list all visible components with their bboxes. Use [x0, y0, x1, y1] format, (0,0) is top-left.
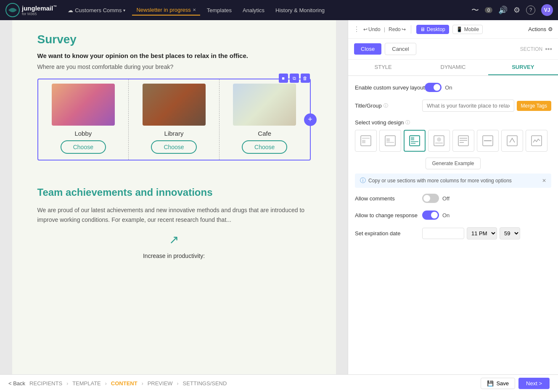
- team-text: We are proud of our latest achievements …: [37, 205, 311, 224]
- canvas-area: Survey We want to know your opinion on t…: [0, 20, 348, 374]
- desktop-view-button[interactable]: 🖥 Desktop: [416, 25, 449, 34]
- design-icon-5: [458, 135, 469, 147]
- expiration-label: Set expiration date: [355, 230, 422, 237]
- expiration-date-row: Set expiration date 11 PM 12 PM 59 00: [355, 227, 551, 239]
- cancel-button[interactable]: Cancel: [385, 43, 416, 55]
- redo-button[interactable]: Redo ↪: [389, 26, 406, 32]
- title-group-info-icon: ⓘ: [383, 103, 388, 109]
- design-option-4[interactable]: [428, 130, 450, 152]
- step-settings-send[interactable]: SETTINGS/SEND: [179, 380, 231, 387]
- survey-subtitle: We want to know your opinion on the best…: [37, 52, 311, 59]
- generate-example-button[interactable]: Generate Example: [426, 158, 480, 169]
- design-option-7[interactable]: [501, 130, 523, 152]
- undo-button[interactable]: ↩ Undo: [363, 26, 381, 32]
- actions-button[interactable]: Actions ⚙: [528, 26, 553, 32]
- email-canvas: Survey We want to know your opinion on t…: [12, 20, 336, 374]
- voting-item-library: Library Choose: [129, 79, 219, 160]
- allow-change-response-toggle[interactable]: [422, 210, 439, 220]
- step-template[interactable]: TEMPLATE: [68, 380, 105, 387]
- nav-tab-analytics[interactable]: Analytics: [238, 5, 269, 15]
- design-option-2[interactable]: [379, 130, 401, 152]
- toggle-slider: [425, 83, 442, 92]
- allow-comments-value: Off: [442, 195, 450, 202]
- panel-toolbar: ⋮ ↩ Undo | Redo ↪ 🖥 Desktop 📱 Mobile Act…: [348, 20, 558, 39]
- separator: [411, 25, 411, 34]
- logo-sub: for M365: [22, 12, 57, 16]
- save-button[interactable]: 💾 Save: [481, 378, 515, 389]
- design-option-1[interactable]: [355, 130, 377, 152]
- logo-icon: [5, 3, 20, 18]
- expiry-hour-select[interactable]: 11 PM 12 PM: [467, 227, 497, 239]
- design-option-8[interactable]: [526, 130, 547, 152]
- design-option-3[interactable]: [404, 130, 426, 152]
- volume-icon[interactable]: 🔊: [498, 5, 508, 15]
- copy-info-banner: ⓘ Copy or use sections with more columns…: [355, 174, 551, 188]
- back-button[interactable]: < Back: [8, 380, 25, 387]
- svg-rect-8: [411, 137, 414, 140]
- nav-tab-newsletter[interactable]: Newsletter in progress ✕: [132, 5, 200, 16]
- mobile-view-button[interactable]: 📱 Mobile: [452, 25, 483, 34]
- nav-tab-customers-comms[interactable]: ☁ Customers Comms ▾: [63, 5, 130, 15]
- voting-grid: Lobby Choose Library Choose Cafe Choose: [38, 79, 310, 160]
- close-tab-icon[interactable]: ✕: [193, 8, 196, 12]
- step-preview[interactable]: PREVIEW: [143, 380, 177, 387]
- copy-info-close-icon[interactable]: ✕: [542, 178, 546, 184]
- gear-icon[interactable]: ⚙: [513, 5, 520, 15]
- redo-icon: ↪: [402, 26, 406, 32]
- voting-design-info-icon: ⓘ: [405, 119, 410, 126]
- design-icon-1: [360, 135, 372, 147]
- lobby-label: Lobby: [74, 130, 92, 137]
- step-content[interactable]: CONTENT: [107, 380, 142, 387]
- enable-custom-layout-label: Enable custom survey layout: [355, 84, 425, 91]
- tab-dynamic[interactable]: DYNAMIC: [418, 60, 488, 75]
- pulse-icon[interactable]: 〜: [471, 5, 479, 15]
- team-title: Team achievements and innovations: [37, 186, 311, 199]
- enable-custom-layout-toggle[interactable]: [425, 83, 442, 92]
- tab-survey[interactable]: SURVEY: [488, 60, 558, 75]
- lobby-choose-button[interactable]: Choose: [61, 140, 106, 154]
- section-label: SECTION •••: [520, 45, 552, 53]
- desktop-icon: 🖥: [420, 26, 425, 32]
- expiry-date-input[interactable]: [422, 228, 464, 239]
- svg-rect-21: [532, 136, 542, 146]
- right-panel: ⋮ ↩ Undo | Redo ↪ 🖥 Desktop 📱 Mobile Act…: [348, 20, 558, 374]
- design-icon-8: [531, 135, 542, 147]
- step-recipients[interactable]: RECIPIENTS: [25, 380, 66, 387]
- avatar[interactable]: VJ: [541, 4, 553, 16]
- svg-rect-14: [458, 136, 468, 146]
- tab-style[interactable]: STYLE: [348, 60, 418, 75]
- allow-change-response-row: Allow to change response On: [355, 210, 551, 220]
- design-icon-7: [506, 135, 518, 147]
- copy-icon[interactable]: ⧉: [290, 74, 299, 83]
- mobile-icon: 📱: [456, 26, 463, 32]
- close-button[interactable]: Close: [354, 43, 381, 55]
- help-icon[interactable]: ?: [526, 5, 535, 15]
- nav-tab-history[interactable]: History & Monitoring: [271, 5, 329, 15]
- section-options-icon[interactable]: •••: [545, 45, 552, 53]
- allow-comments-toggle[interactable]: [422, 194, 439, 203]
- nav-tab-templates[interactable]: Templates: [203, 5, 236, 15]
- title-group-label: Title/Group ⓘ: [355, 103, 422, 109]
- cafe-label: Cafe: [258, 130, 271, 137]
- survey-title: Survey: [37, 33, 311, 46]
- allow-comments-slider: [422, 194, 439, 203]
- library-choose-button[interactable]: Choose: [151, 140, 196, 154]
- next-button[interactable]: Next >: [518, 378, 550, 389]
- save-icon: 💾: [487, 380, 494, 387]
- add-voting-item-button[interactable]: +: [304, 113, 317, 126]
- expiry-minute-select[interactable]: 59 00: [500, 227, 520, 239]
- voting-area[interactable]: ■ ⧉ 🗑 Lobby Choose Library C: [37, 79, 311, 160]
- logo: junglemail™ for M365: [5, 3, 57, 18]
- allow-change-response-label: Allow to change response: [355, 212, 422, 218]
- chevron-down-icon: ▾: [123, 8, 125, 13]
- title-group-row: Title/Group ⓘ Merge Tags: [355, 100, 551, 112]
- title-group-input[interactable]: [422, 100, 514, 112]
- design-option-6[interactable]: [477, 130, 499, 152]
- voting-corner-icons: ■ ⧉ 🗑: [279, 74, 310, 83]
- select-icon[interactable]: ■: [279, 74, 288, 83]
- merge-tags-button[interactable]: Merge Tags: [517, 101, 551, 111]
- design-option-5[interactable]: [452, 130, 474, 152]
- delete-icon[interactable]: 🗑: [301, 74, 310, 83]
- svg-rect-2: [362, 140, 365, 143]
- cafe-choose-button[interactable]: Choose: [242, 140, 287, 154]
